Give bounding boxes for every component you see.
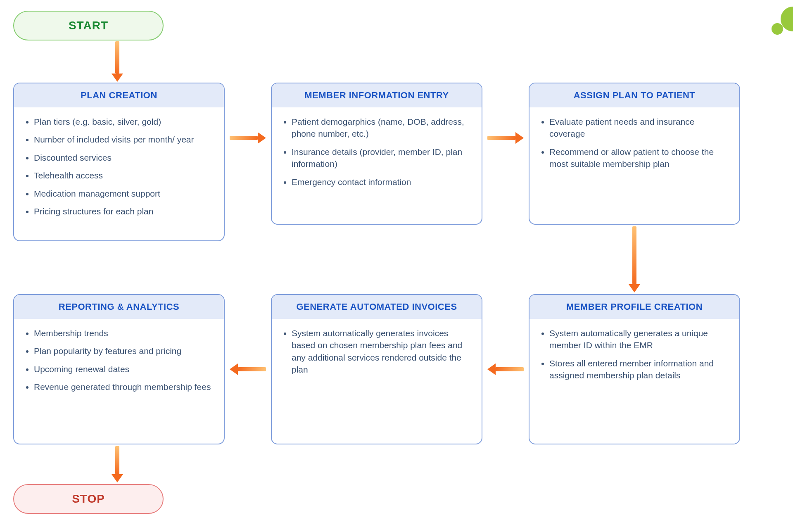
list-item: Discounted services xyxy=(34,152,212,164)
card-member-info-entry: MEMBER INFORMATION ENTRY Patient demogar… xyxy=(271,83,482,225)
start-label: START xyxy=(69,19,108,32)
arrow-reporting-to-stop xyxy=(112,446,123,482)
stop-label: STOP xyxy=(72,492,105,506)
list-item: Plan popularity by features and pricing xyxy=(34,345,212,357)
list-item: System automatically generates a unique … xyxy=(549,327,728,352)
list-item: Stores all entered member information an… xyxy=(549,357,728,382)
list-item: Pricing structures for each plan xyxy=(34,205,212,217)
list-item: Recommend or allow patient to choose the… xyxy=(549,146,728,170)
arrow-start-to-plan xyxy=(112,41,123,82)
arrow-invoices-to-reporting xyxy=(230,363,266,375)
card-invoices: GENERATE AUTOMATED INVOICES System autom… xyxy=(271,294,482,444)
card-list: Membership trendsPlan popularity by feat… xyxy=(14,319,224,403)
card-member-profile: MEMBER PROFILE CREATION System automatic… xyxy=(529,294,740,444)
stop-terminal: STOP xyxy=(13,484,164,514)
list-item: Emergency contact information xyxy=(292,176,470,188)
arrow-plan-to-member xyxy=(230,132,266,144)
arrow-assign-to-profile xyxy=(629,226,640,292)
card-title: MEMBER INFORMATION ENTRY xyxy=(272,83,482,107)
list-item: Evaluate patient needs and insurance cov… xyxy=(549,116,728,140)
card-title: GENERATE AUTOMATED INVOICES xyxy=(272,295,482,319)
card-title: ASSIGN PLAN TO PATIENT xyxy=(529,83,739,107)
start-terminal: START xyxy=(13,11,164,40)
list-item: Insurance details (provider, member ID, … xyxy=(292,146,470,170)
flowchart-canvas: START PLAN CREATION Plan tiers (e.g. bas… xyxy=(0,0,793,532)
card-plan-creation: PLAN CREATION Plan tiers (e.g. basic, si… xyxy=(13,83,225,241)
list-item: Medication management support xyxy=(34,188,212,200)
list-item: System automatically generates invoices … xyxy=(292,327,470,376)
list-item: Plan tiers (e.g. basic, silver, gold) xyxy=(34,116,212,128)
card-title: MEMBER PROFILE CREATION xyxy=(529,295,739,319)
card-list: Evaluate patient needs and insurance cov… xyxy=(529,107,739,180)
card-reporting: REPORTING & ANALYTICS Membership trendsP… xyxy=(13,294,225,444)
list-item: Upcoming renewal dates xyxy=(34,363,212,375)
arrow-profile-to-invoices xyxy=(487,363,524,375)
list-item: Number of included visits per month/ yea… xyxy=(34,133,212,145)
card-assign-plan: ASSIGN PLAN TO PATIENT Evaluate patient … xyxy=(529,83,740,225)
card-list: System automatically generates invoices … xyxy=(272,319,482,386)
list-item: Membership trends xyxy=(34,327,212,339)
card-list: Patient demogarphics (name, DOB, address… xyxy=(272,107,482,198)
list-item: Telehealth access xyxy=(34,169,212,181)
card-title: PLAN CREATION xyxy=(14,83,224,107)
card-list: Plan tiers (e.g. basic, silver, gold)Num… xyxy=(14,107,224,227)
list-item: Revenue generated through membership fee… xyxy=(34,381,212,393)
arrow-member-to-assign xyxy=(487,132,524,144)
list-item: Patient demogarphics (name, DOB, address… xyxy=(292,116,470,140)
card-title: REPORTING & ANALYTICS xyxy=(14,295,224,319)
card-list: System automatically generates a unique … xyxy=(529,319,739,392)
